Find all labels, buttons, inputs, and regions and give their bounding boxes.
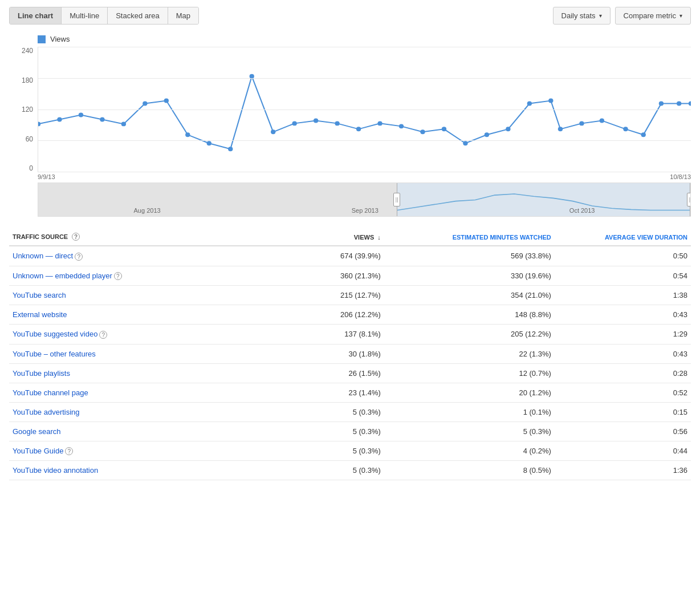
cell-views-2: 215 (12.7%) <box>282 286 384 305</box>
cell-views-7: 23 (1.4%) <box>282 383 384 402</box>
cell-views-6: 26 (1.5%) <box>282 363 384 383</box>
x-label-end: 10/8/13 <box>670 173 691 180</box>
main-chart-wrapper: 240 180 120 60 0 <box>9 47 691 172</box>
table-row: Unknown — embedded player?360 (21.3%)330… <box>9 266 691 286</box>
col-minutes-label: ESTIMATED MINUTES WATCHED <box>453 234 551 241</box>
cell-source-7[interactable]: YouTube channel page <box>9 383 282 402</box>
chart-type-group: Line chart Multi-line Stacked area Map <box>9 7 199 25</box>
cell-source-6[interactable]: YouTube playlists <box>9 363 282 383</box>
col-header-avgduration[interactable]: AVERAGE VIEW DURATION <box>555 228 691 246</box>
daily-stats-button[interactable]: Daily stats ▾ <box>553 7 611 25</box>
cell-duration-4: 1:29 <box>555 325 691 345</box>
source-link-8[interactable]: YouTube advertising <box>13 408 80 416</box>
row-help-icon-4[interactable]: ? <box>99 331 107 339</box>
timeline-sep: Sep 2013 <box>352 207 379 214</box>
cell-source-5[interactable]: YouTube – other features <box>9 344 282 363</box>
source-link-11[interactable]: YouTube video annotation <box>13 466 98 475</box>
source-link-5[interactable]: YouTube – other features <box>13 350 96 358</box>
cell-views-5: 30 (1.8%) <box>282 344 384 363</box>
cell-source-2[interactable]: YouTube search <box>9 286 282 305</box>
legend-label: Views <box>50 35 70 43</box>
cell-source-8[interactable]: YouTube advertising <box>9 402 282 422</box>
source-link-9[interactable]: Google search <box>13 427 61 436</box>
cell-minutes-0: 569 (33.8%) <box>384 246 555 266</box>
source-link-4[interactable]: YouTube suggested video <box>13 330 97 338</box>
legend-color-box <box>38 35 46 43</box>
table-row: YouTube suggested video?137 (8.1%)205 (1… <box>9 325 691 345</box>
cell-duration-7: 0:52 <box>555 383 691 402</box>
cell-views-11: 5 (0.3%) <box>282 461 384 480</box>
table-section: TRAFFIC SOURCE ? VIEWS ↓ ESTIMATED MINUT… <box>9 228 691 480</box>
map-button[interactable]: Map <box>168 7 198 24</box>
multi-line-button[interactable]: Multi-line <box>62 7 108 24</box>
cell-source-10[interactable]: YouTube Guide? <box>9 441 282 461</box>
cell-source-4[interactable]: YouTube suggested video? <box>9 325 282 345</box>
cell-views-8: 5 (0.3%) <box>282 402 384 422</box>
col-avgduration-label: AVERAGE VIEW DURATION <box>605 234 687 241</box>
compare-metric-button[interactable]: Compare metric ▾ <box>615 7 691 25</box>
stacked-area-button[interactable]: Stacked area <box>108 7 168 24</box>
col-views-sort-icon: ↓ <box>377 234 381 241</box>
timeline-handle-left[interactable]: || <box>393 193 400 206</box>
toolbar: Line chart Multi-line Stacked area Map D… <box>9 7 691 25</box>
x-axis-labels: 9/9/13 10/8/13 <box>38 173 691 180</box>
cell-source-0[interactable]: Unknown — direct? <box>9 246 282 266</box>
source-link-3[interactable]: External website <box>13 310 67 319</box>
cell-views-4: 137 (8.1%) <box>282 325 384 345</box>
cell-minutes-5: 22 (1.3%) <box>384 344 555 363</box>
col-header-views[interactable]: VIEWS ↓ <box>282 228 384 246</box>
timeline-handle-right[interactable]: || <box>687 193 691 206</box>
table-row: Google search5 (0.3%)5 (0.3%)0:56 <box>9 422 691 441</box>
cell-duration-3: 0:43 <box>555 305 691 325</box>
cell-minutes-7: 20 (1.2%) <box>384 383 555 402</box>
cell-views-9: 5 (0.3%) <box>282 422 384 441</box>
table-row: External website206 (12.2%)148 (8.8%)0:4… <box>9 305 691 325</box>
y-label-120: 120 <box>22 106 33 114</box>
y-label-60: 60 <box>26 135 33 143</box>
table-row: YouTube – other features30 (1.8%)22 (1.3… <box>9 344 691 363</box>
cell-duration-11: 1:36 <box>555 461 691 480</box>
cell-duration-8: 0:15 <box>555 402 691 422</box>
timeline-wrapper: || || Aug 2013 Sep 2013 Oct 2013 <box>9 183 691 217</box>
cell-views-10: 5 (0.3%) <box>282 441 384 461</box>
row-help-icon-10[interactable]: ? <box>65 447 73 455</box>
cell-minutes-9: 5 (0.3%) <box>384 422 555 441</box>
table-body: Unknown — direct?674 (39.9%)569 (33.8%)0… <box>9 246 691 480</box>
compare-metric-label: Compare metric <box>624 11 676 20</box>
cell-minutes-4: 205 (12.2%) <box>384 325 555 345</box>
cell-duration-9: 0:56 <box>555 422 691 441</box>
source-link-2[interactable]: YouTube search <box>13 291 66 299</box>
cell-source-3[interactable]: External website <box>9 305 282 325</box>
source-link-0[interactable]: Unknown — direct <box>13 252 73 260</box>
row-help-icon-1[interactable]: ? <box>114 272 122 280</box>
row-help-icon-0[interactable]: ? <box>75 253 83 261</box>
source-link-7[interactable]: YouTube channel page <box>13 388 88 397</box>
y-axis: 240 180 120 60 0 <box>9 47 38 172</box>
col-views-label: VIEWS <box>354 234 374 241</box>
cell-source-9[interactable]: Google search <box>9 422 282 441</box>
cell-minutes-11: 8 (0.5%) <box>384 461 555 480</box>
col-header-minutes[interactable]: ESTIMATED MINUTES WATCHED <box>384 228 555 246</box>
table-row: YouTube video annotation5 (0.3%)8 (0.5%)… <box>9 461 691 480</box>
cell-duration-10: 0:44 <box>555 441 691 461</box>
cell-source-11[interactable]: YouTube video annotation <box>9 461 282 480</box>
timeline-month-labels: Aug 2013 Sep 2013 Oct 2013 <box>38 207 690 214</box>
y-label-0: 0 <box>29 164 33 172</box>
traffic-source-help-icon[interactable]: ? <box>72 233 80 241</box>
cell-minutes-1: 330 (19.6%) <box>384 266 555 286</box>
line-chart-button[interactable]: Line chart <box>10 7 62 24</box>
chart-area[interactable] <box>38 47 691 172</box>
timeline-oct: Oct 2013 <box>569 207 595 214</box>
source-link-6[interactable]: YouTube playlists <box>13 369 70 378</box>
timeline-area[interactable]: || || Aug 2013 Sep 2013 Oct 2013 <box>38 183 691 217</box>
cell-minutes-6: 12 (0.7%) <box>384 363 555 383</box>
grid-lines <box>38 47 691 172</box>
source-link-1[interactable]: Unknown — embedded player <box>13 271 112 280</box>
cell-views-3: 206 (12.2%) <box>282 305 384 325</box>
source-link-10[interactable]: YouTube Guide <box>13 447 63 455</box>
chart-legend: Views <box>38 35 691 43</box>
cell-source-1[interactable]: Unknown — embedded player? <box>9 266 282 286</box>
cell-duration-0: 0:50 <box>555 246 691 266</box>
cell-duration-2: 1:38 <box>555 286 691 305</box>
traffic-table: TRAFFIC SOURCE ? VIEWS ↓ ESTIMATED MINUT… <box>9 228 691 480</box>
